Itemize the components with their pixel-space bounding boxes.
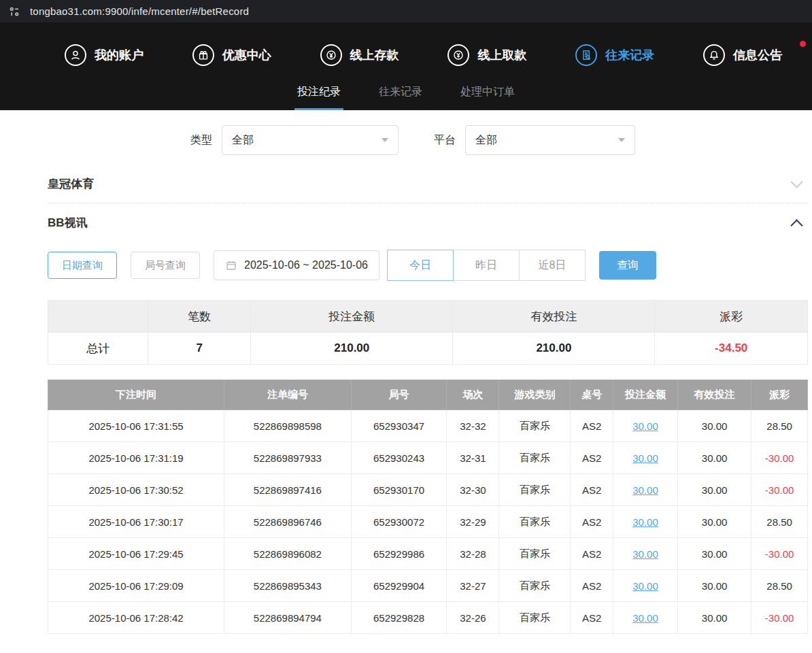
nav-item-online-withdraw[interactable]: 线上取款 [447, 44, 526, 66]
cell-session: 32-32 [447, 410, 499, 442]
cell-round: 652930243 [351, 442, 447, 474]
date-range-picker[interactable]: 2025-10-06 ~ 2025-10-06 [214, 250, 379, 280]
summary-header-empty [48, 301, 148, 333]
round-query-button[interactable]: 局号查询 [131, 252, 200, 279]
bet-amount-link[interactable]: 30.00 [632, 452, 658, 464]
section-title: BB视讯 [48, 215, 88, 231]
cell-game-type: 百家乐 [499, 602, 571, 634]
bet-amount-link[interactable]: 30.00 [632, 484, 658, 496]
notification-badge-dot [800, 41, 806, 47]
tab-transaction-records[interactable]: 往来记录 [376, 85, 425, 110]
summary-header-count: 笔数 [148, 301, 251, 333]
cell-valid-bet: 30.00 [677, 442, 751, 474]
table-row: 2025-10-06 17:30:17 522869896746 6529300… [48, 506, 808, 538]
platform-select-value: 全部 [475, 133, 497, 148]
cell-valid-bet: 30.00 [677, 602, 751, 634]
site-settings-icon[interactable] [8, 5, 20, 18]
cell-table-no: AS2 [571, 442, 613, 474]
cell-bet-time: 2025-10-06 17:31:19 [48, 442, 224, 474]
summary-count-value: 7 [148, 333, 251, 365]
bet-amount-link[interactable]: 30.00 [632, 548, 658, 560]
header-round: 局号 [351, 380, 447, 410]
cell-payout: -30.00 [751, 602, 808, 634]
cell-bet-time: 2025-10-06 17:30:17 [48, 506, 224, 538]
cell-table-no: AS2 [571, 506, 613, 538]
cell-bet-amount: 30.00 [613, 538, 678, 570]
summary-header-payout: 派彩 [655, 301, 808, 333]
cell-bet-time: 2025-10-06 17:30:52 [48, 474, 224, 506]
section-crown-sports[interactable]: 皇冠体育 [48, 165, 808, 203]
table-row: 2025-10-06 17:29:09 522869895343 6529299… [48, 570, 808, 602]
cell-round: 652929828 [351, 602, 447, 634]
cell-round: 652929904 [351, 570, 447, 602]
cell-bet-id: 522869898598 [224, 410, 352, 442]
section-bb-video[interactable]: BB视讯 [48, 203, 808, 241]
search-button[interactable]: 查询 [599, 251, 656, 280]
main-content: 类型 全部 平台 全部 皇冠体育 BB视讯 日期查询 局号查询 [48, 125, 808, 634]
cell-bet-id: 522869896746 [224, 506, 352, 538]
calendar-icon [225, 259, 237, 271]
cell-game-type: 百家乐 [499, 506, 571, 538]
table-row: 2025-10-06 17:31:19 522869897933 6529302… [48, 442, 808, 474]
last-8-days-button[interactable]: 近8日 [519, 250, 586, 281]
cell-game-type: 百家乐 [499, 410, 571, 442]
header-bet-amount: 投注金额 [613, 380, 678, 410]
records-icon [575, 44, 597, 66]
yesterday-button[interactable]: 昨日 [453, 250, 520, 281]
chevron-down-icon [382, 138, 388, 142]
chevron-up-icon[interactable] [790, 219, 802, 231]
cell-game-type: 百家乐 [499, 474, 571, 506]
section-title: 皇冠体育 [48, 176, 94, 192]
cell-bet-time: 2025-10-06 17:28:42 [48, 602, 224, 634]
platform-select[interactable]: 全部 [465, 125, 635, 155]
cell-valid-bet: 30.00 [677, 410, 751, 442]
cell-payout: 28.50 [751, 506, 808, 538]
deposit-coin-icon [320, 44, 342, 66]
bet-records-table: 下注时间 注单编号 局号 场次 游戏类别 桌号 投注金额 有效投注 派彩 202… [48, 380, 808, 634]
nav-item-my-account[interactable]: 我的账户 [65, 44, 143, 66]
bet-amount-link[interactable]: 30.00 [632, 516, 658, 528]
cell-bet-id: 522869897416 [224, 474, 352, 506]
nav-item-announcements[interactable]: 信息公告 [703, 44, 782, 66]
cell-session: 32-28 [447, 538, 499, 570]
nav-label: 往来记录 [605, 47, 654, 63]
cell-table-no: AS2 [571, 570, 613, 602]
url-text[interactable]: tongbao31.com:9900/infe/mcenter/#/betRec… [30, 5, 249, 17]
cell-valid-bet: 30.00 [677, 570, 751, 602]
query-controls: 日期查询 局号查询 2025-10-06 ~ 2025-10-06 今日 昨日 … [48, 250, 808, 281]
cell-valid-bet: 30.00 [677, 506, 751, 538]
cell-table-no: AS2 [571, 602, 613, 634]
table-body: 2025-10-06 17:31:55 522869898598 6529303… [48, 410, 808, 634]
cell-bet-amount: 30.00 [613, 474, 678, 506]
table-row: 2025-10-06 17:28:42 522869894794 6529298… [48, 602, 808, 634]
bet-amount-link[interactable]: 30.00 [632, 612, 658, 624]
cell-bet-amount: 30.00 [613, 602, 678, 634]
date-query-button[interactable]: 日期查询 [48, 252, 117, 279]
cell-payout: 28.50 [751, 410, 808, 442]
browser-url-bar[interactable]: tongbao31.com:9900/infe/mcenter/#/betRec… [0, 0, 812, 22]
gift-icon [192, 44, 214, 66]
bet-amount-link[interactable]: 30.00 [632, 420, 658, 432]
cell-bet-amount: 30.00 [613, 506, 678, 538]
cell-bet-time: 2025-10-06 17:29:09 [48, 570, 224, 602]
header-game-type: 游戏类别 [499, 380, 571, 410]
nav-label: 信息公告 [733, 47, 782, 63]
bell-icon [703, 44, 725, 66]
bet-amount-link[interactable]: 30.00 [632, 580, 658, 592]
tab-pending-orders[interactable]: 处理中订单 [458, 85, 518, 110]
type-filter-label: 类型 [190, 133, 212, 148]
cell-session: 32-26 [447, 602, 499, 634]
nav-item-promo-center[interactable]: 优惠中心 [192, 44, 271, 66]
type-select[interactable]: 全部 [222, 125, 399, 155]
today-button[interactable]: 今日 [387, 250, 454, 281]
quick-range-group: 今日 昨日 近8日 [388, 250, 586, 281]
cell-valid-bet: 30.00 [677, 538, 751, 570]
nav-item-online-deposit[interactable]: 线上存款 [320, 44, 399, 66]
cell-bet-time: 2025-10-06 17:29:45 [48, 538, 224, 570]
table-header-row: 下注时间 注单编号 局号 场次 游戏类别 桌号 投注金额 有效投注 派彩 [48, 380, 808, 410]
cell-payout: -30.00 [751, 538, 808, 570]
tab-bet-records[interactable]: 投注纪录 [294, 85, 343, 110]
nav-item-records[interactable]: 往来记录 [575, 44, 654, 66]
summary-total-row: 总计 7 210.00 210.00 -34.50 [48, 333, 808, 365]
chevron-down-icon[interactable] [790, 175, 802, 188]
